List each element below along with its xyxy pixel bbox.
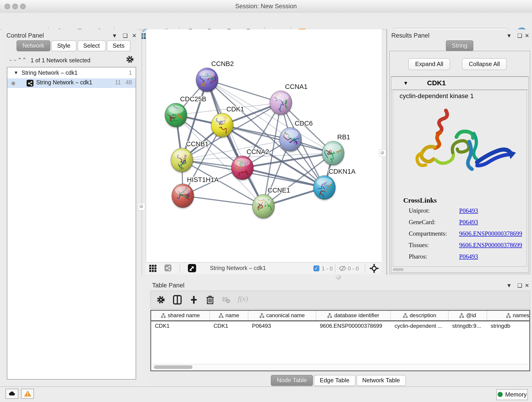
table-header-row[interactable]: shared namenamecanonical namedatabase id…	[151, 311, 529, 321]
crosslink-link[interactable]: 9606.ENSP00000378699	[459, 230, 522, 237]
create-column-plus-icon[interactable]	[189, 295, 198, 305]
table-tab-network-table[interactable]: Network Table	[356, 375, 406, 386]
control-tab-select[interactable]: Select	[77, 40, 106, 51]
control-panel-close-icon[interactable]: ✕	[132, 32, 137, 39]
results-panel-close-icon[interactable]: ✕	[525, 32, 529, 39]
column-header-database-identifier[interactable]: database identifier	[316, 311, 391, 320]
table-panel-maximize-icon[interactable]: ❑	[517, 282, 522, 289]
crosslink-row: Compartments:9606.ENSP00000378699	[409, 230, 528, 237]
entry-body: cyclin-dependent kinase 1 CrossLinks Uni…	[393, 90, 527, 267]
column-header-namespace[interactable]: namespace	[487, 311, 530, 320]
results-tab-string[interactable]: String	[446, 40, 473, 51]
node-label-CDK1: CDK1	[226, 105, 244, 113]
table-cell[interactable]: P06493	[248, 323, 316, 331]
collapse-all-button[interactable]: Collapse All	[462, 58, 507, 70]
show-columns-icon[interactable]	[173, 295, 182, 305]
crosslink-row: GeneCard:P06493	[409, 219, 528, 226]
results-panel-float-icon[interactable]: ▼	[506, 32, 512, 39]
expand-all-button[interactable]: Expand All	[408, 58, 450, 70]
table-hscrollbar[interactable]	[152, 364, 528, 370]
left-splitter-grip[interactable]	[138, 203, 145, 211]
crosslink-label: Tissues:	[409, 242, 429, 249]
network-node-CCNA1[interactable]: CCNA1	[265, 83, 307, 115]
network-node-HIST1H1A[interactable]: HIST1H1A	[172, 176, 219, 208]
crosslink-row: Pharos:P06493	[409, 253, 528, 260]
table-cell[interactable]: CDK1	[210, 323, 248, 331]
control-tab-network[interactable]: Network	[17, 40, 50, 51]
column-header-shared-name[interactable]: shared name	[151, 311, 210, 320]
table-gear-icon[interactable]	[156, 295, 165, 304]
table-tab-edge-table[interactable]: Edge Table	[314, 375, 355, 386]
results-hscrollbar-thumb[interactable]	[393, 268, 404, 271]
right-splitter-grip[interactable]	[379, 149, 386, 157]
crosslink-label: Uniprot:	[409, 207, 430, 214]
results-panel-maximize-icon[interactable]: ❑	[517, 32, 522, 39]
network-collection-row[interactable]: ▼ String Network – cdk1 1	[7, 69, 136, 78]
crosslink-link[interactable]: P06493	[459, 207, 478, 215]
control-tab-style[interactable]: Style	[51, 40, 76, 51]
network-node-CDC25B[interactable]: CDC25B	[162, 95, 206, 127]
table-cell[interactable]: stringdb	[487, 323, 530, 331]
open-in-new-window-button[interactable]	[188, 264, 196, 272]
left-splitter[interactable]	[142, 29, 142, 275]
selected-nodes-checkbox[interactable]: ✓	[313, 265, 319, 271]
hidden-eye-icon[interactable]	[339, 265, 346, 272]
node-table[interactable]: shared namenamecanonical namedatabase id…	[150, 310, 530, 371]
crosslink-row: Uniprot:P06493	[409, 207, 528, 215]
network-node-CCNE1[interactable]: CCNE1	[253, 186, 290, 218]
table-cell[interactable]: 9606.ENSP00000378699	[316, 323, 391, 331]
table-panel-close-icon[interactable]: ✕	[525, 282, 529, 289]
crosslink-link[interactable]: 9606.ENSP00000378699	[459, 242, 522, 249]
network-graph[interactable]: CCNB2CCNA1CDC25BCDK1CDC6RB1CCNB1CCNA2CDK…	[146, 29, 382, 262]
network-edge[interactable]	[183, 196, 264, 206]
table-hscrollbar-thumb[interactable]	[154, 365, 192, 369]
window-title: Session: New Session	[0, 3, 532, 10]
right-splitter[interactable]	[386, 29, 387, 275]
crosslink-link[interactable]: P06493	[459, 219, 478, 226]
table-cell[interactable]: stringdb:9...	[449, 323, 487, 331]
table-panel: Table Panel ▼ ❑ ✕ f(x) shared namenameca…	[146, 280, 532, 386]
network-share-icon[interactable]	[165, 264, 171, 271]
cdk1-entry: ▼ CDK1 cyclin-dependent kinase 1 CrossLi…	[391, 77, 529, 273]
network-node-CCNB2[interactable]: CCNB2	[196, 60, 234, 92]
warning-button[interactable]	[21, 389, 34, 399]
crosslink-label: Pharos:	[409, 253, 427, 260]
column-type-icon	[161, 313, 166, 318]
column-header-description[interactable]: description	[391, 311, 449, 320]
fit-selected-crosshair-icon[interactable]	[369, 264, 379, 273]
network-row-selected[interactable]: String Network – cdk1 11 48	[7, 78, 136, 88]
main-toolbar: ?	[0, 13, 532, 30]
network-canvas[interactable]: CCNB2CCNA1CDC25BCDK1CDC6RB1CCNB1CCNA2CDK…	[146, 29, 382, 262]
protein-structure-image	[401, 105, 520, 181]
control-panel-float-icon[interactable]: ▼	[112, 32, 117, 39]
column-header-@id[interactable]: @id	[449, 311, 487, 320]
network-edge[interactable]	[207, 80, 264, 206]
table-row[interactable]: CDK1CDK1P064939606.ENSP00000378699cyclin…	[151, 321, 529, 331]
table-cell[interactable]: cyclin-dependent ...	[391, 323, 449, 331]
collection-expander-icon[interactable]: ▼	[14, 70, 18, 75]
table-tab-node-table[interactable]: Node Table	[271, 375, 313, 386]
crosslink-link[interactable]: P06493	[459, 253, 478, 260]
delete-column-trash-icon[interactable]	[206, 295, 215, 305]
network-grid-icon[interactable]	[149, 264, 157, 272]
control-tab-sets[interactable]: Sets	[107, 40, 130, 51]
network-node-RB1[interactable]: RB1	[321, 133, 350, 165]
column-header-canonical-name[interactable]: canonical name	[248, 311, 316, 320]
network-node-CDK1[interactable]: CDK1	[208, 105, 244, 137]
memory-button[interactable]: Memory	[496, 389, 528, 400]
column-header-name[interactable]: name	[210, 311, 248, 320]
horizontal-splitter-grip[interactable]	[336, 274, 341, 280]
table-rows: CDK1CDK1P064939606.ENSP00000378699cyclin…	[151, 321, 529, 331]
network-options-gear-icon[interactable]	[126, 55, 134, 64]
entry-expander-icon[interactable]: ▼	[403, 80, 408, 86]
control-panel-maximize-icon[interactable]: ❑	[123, 32, 128, 39]
network-edge[interactable]	[207, 80, 281, 103]
selected-count-badge: 1 - 0	[322, 265, 333, 272]
network-view-toolbar: String Network – cdk1 ✓ 1 - 0 0 - 0	[146, 262, 381, 274]
node-label-CCNB1: CCNB1	[186, 140, 209, 148]
table-cell[interactable]: CDK1	[151, 323, 210, 331]
network-node-CDKN1A[interactable]: CDKN1A	[313, 168, 355, 199]
table-panel-float-icon[interactable]: ▼	[506, 282, 512, 289]
node-label-RB1: RB1	[337, 133, 350, 141]
cloud-button[interactable]	[6, 389, 18, 399]
